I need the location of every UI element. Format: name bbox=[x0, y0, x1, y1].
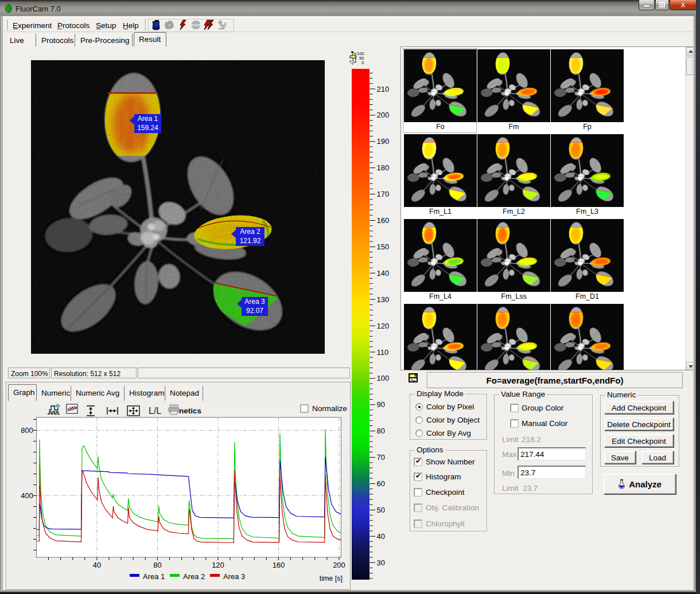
svg-text:30: 30 bbox=[377, 558, 385, 567]
svg-text:STOP: STOP bbox=[191, 24, 200, 27]
svg-text:200: 200 bbox=[333, 561, 345, 569]
svg-text:120: 120 bbox=[212, 561, 224, 569]
svg-text:160: 160 bbox=[273, 561, 285, 569]
svg-text:Area 3: Area 3 bbox=[223, 572, 245, 581]
svg-text:Normalize: Normalize bbox=[312, 404, 347, 413]
svg-text:140: 140 bbox=[377, 269, 390, 278]
svg-text:80: 80 bbox=[377, 427, 385, 435]
svg-text:40: 40 bbox=[377, 532, 385, 541]
svg-text:210: 210 bbox=[377, 85, 390, 93]
svg-text:L/L: L/L bbox=[149, 406, 161, 416]
svg-text:80: 80 bbox=[153, 561, 161, 569]
svg-text:200: 200 bbox=[377, 111, 390, 119]
svg-text:130: 130 bbox=[377, 295, 390, 304]
svg-text:160: 160 bbox=[377, 216, 390, 225]
svg-text:Area 2: Area 2 bbox=[183, 572, 205, 581]
svg-text:60: 60 bbox=[377, 479, 385, 488]
svg-text:50: 50 bbox=[377, 506, 385, 514]
svg-text:70: 70 bbox=[377, 453, 385, 462]
svg-text:netics: netics bbox=[179, 407, 201, 415]
svg-text:Area 1: Area 1 bbox=[143, 572, 165, 581]
svg-text:time [s]: time [s] bbox=[320, 575, 343, 583]
svg-text:180: 180 bbox=[377, 163, 390, 172]
svg-text:150: 150 bbox=[377, 243, 390, 251]
svg-text:800: 800 bbox=[21, 426, 33, 435]
svg-text:90: 90 bbox=[377, 400, 385, 409]
svg-text:120: 120 bbox=[377, 322, 390, 330]
svg-text:190: 190 bbox=[377, 137, 390, 146]
svg-text:0: 0 bbox=[361, 60, 364, 65]
svg-text:x: x bbox=[680, 0, 686, 9]
svg-text:40: 40 bbox=[93, 561, 101, 569]
svg-text:170: 170 bbox=[377, 190, 390, 198]
svg-text:100: 100 bbox=[377, 374, 390, 382]
svg-text:110: 110 bbox=[377, 348, 389, 357]
svg-text:400: 400 bbox=[21, 491, 33, 500]
